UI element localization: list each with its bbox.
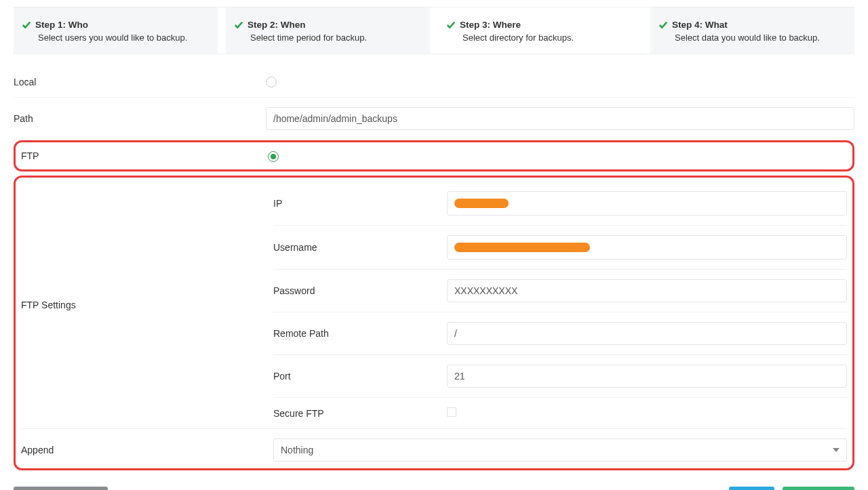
- step-2[interactable]: Step 2: When Select time period for back…: [226, 7, 430, 54]
- path-row: Path: [14, 98, 854, 140]
- path-input[interactable]: [266, 107, 854, 130]
- username-row: Username: [273, 226, 847, 270]
- append-row: Append Nothing: [21, 429, 847, 468]
- ip-row: IP: [273, 182, 847, 226]
- username-input[interactable]: [447, 235, 847, 260]
- step-subtitle: Select directory for backups.: [446, 33, 634, 43]
- ftp-radio[interactable]: [268, 151, 279, 162]
- step-4[interactable]: Step 4: What Select data you would like …: [650, 7, 854, 54]
- port-label: Port: [273, 371, 447, 382]
- username-redacted: [454, 243, 590, 252]
- ftp-label: FTP: [21, 150, 268, 161]
- checkmark-icon: [22, 20, 31, 30]
- secure-ftp-label: Secure FTP: [273, 408, 447, 419]
- chevron-down-icon: [833, 448, 840, 452]
- step-title: Step 1: Who: [35, 20, 88, 30]
- step-title: Step 2: When: [248, 20, 306, 30]
- ip-label: IP: [273, 198, 447, 209]
- port-row: Port: [273, 355, 847, 398]
- local-radio[interactable]: [266, 77, 277, 87]
- wizard-footer: PREVIOUS STEP SAVE NEXT STEP: [14, 487, 854, 490]
- step-subtitle: Select users you would like to backup.: [22, 33, 210, 43]
- local-label: Local: [14, 77, 266, 87]
- previous-step-button[interactable]: PREVIOUS STEP: [14, 487, 108, 490]
- step-subtitle: Select data you would like to backup.: [658, 33, 846, 43]
- remote-path-label: Remote Path: [273, 328, 447, 339]
- append-select[interactable]: Nothing: [273, 438, 847, 462]
- checkmark-icon: [658, 20, 668, 30]
- password-label: Password: [273, 285, 447, 296]
- port-input[interactable]: [447, 365, 847, 388]
- secure-ftp-checkbox[interactable]: [447, 407, 456, 417]
- ftp-row-highlight: FTP: [14, 140, 854, 171]
- local-row: Local: [14, 66, 854, 98]
- step-3[interactable]: Step 3: Where Select directory for backu…: [438, 7, 642, 54]
- path-label: Path: [14, 113, 266, 124]
- step-title: Step 4: What: [672, 20, 728, 30]
- remote-path-input[interactable]: [447, 322, 847, 345]
- wizard-steps: Step 1: Who Select users you would like …: [14, 7, 854, 54]
- password-input[interactable]: [447, 279, 847, 302]
- ip-input[interactable]: [447, 191, 847, 216]
- ftp-settings-label: FTP Settings: [21, 182, 273, 428]
- next-step-button[interactable]: NEXT STEP: [783, 487, 854, 490]
- secure-ftp-row: Secure FTP: [273, 398, 847, 428]
- remote-path-row: Remote Path: [273, 312, 847, 355]
- append-label: Append: [21, 445, 273, 455]
- ip-redacted: [454, 199, 509, 208]
- ftp-settings-highlight: FTP Settings IP Username: [14, 176, 854, 470]
- password-row: Password: [273, 270, 847, 312]
- step-title: Step 3: Where: [460, 20, 521, 30]
- checkmark-icon: [234, 20, 243, 30]
- checkmark-icon: [446, 20, 456, 30]
- username-label: Username: [273, 242, 447, 253]
- step-1[interactable]: Step 1: Who Select users you would like …: [14, 7, 218, 54]
- save-button[interactable]: SAVE: [729, 487, 774, 490]
- append-selected-value: Nothing: [281, 445, 313, 455]
- step-subtitle: Select time period for backup.: [234, 33, 422, 43]
